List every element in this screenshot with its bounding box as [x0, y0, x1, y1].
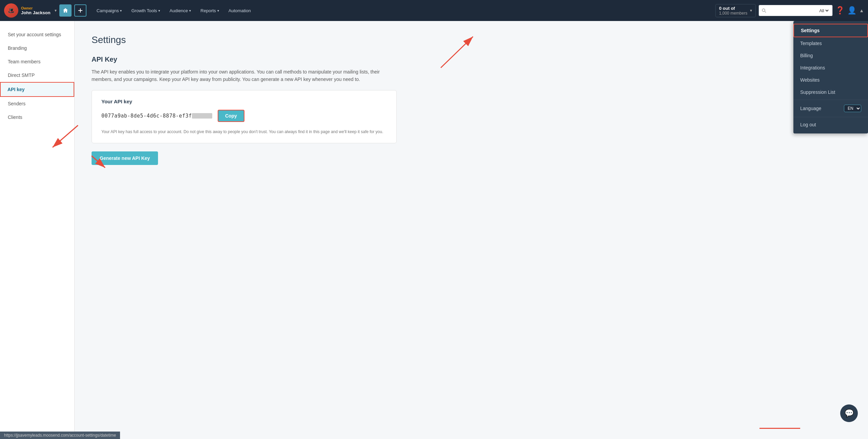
dropdown-websites[interactable]: Websites — [793, 74, 868, 86]
generate-api-key-button[interactable]: Generate new API Key — [92, 151, 158, 165]
main-nav: Campaigns ▾ Growth Tools ▾ Audience ▾ Re… — [92, 5, 256, 16]
dropdown-divider-2 — [793, 117, 868, 117]
dropdown-settings[interactable]: Settings — [793, 24, 868, 37]
members-chevron-icon: ▾ — [750, 8, 752, 13]
members-count: 0 out of — [719, 6, 747, 11]
api-key-warning: Your API key has full access to your acc… — [101, 129, 387, 135]
page-title: Settings — [92, 35, 851, 45]
chevron-down-icon: ▾ — [120, 9, 122, 13]
copy-button[interactable]: Copy — [218, 110, 244, 122]
settings-chevron-icon[interactable]: ▲ — [859, 8, 864, 13]
dropdown-language[interactable]: Language EN — [793, 101, 868, 116]
header: 🎩 Owner John Jackson ▾ Campaigns ▾ Growt… — [0, 0, 868, 21]
members-badge[interactable]: 0 out of 1,000 members ▾ — [715, 4, 756, 17]
main-layout: Set your account settings Branding Team … — [0, 21, 868, 439]
api-key-description: The API key enables you to integrate you… — [92, 68, 397, 83]
api-key-blur — [192, 113, 212, 119]
sidebar-item-senders[interactable]: Senders — [0, 97, 74, 110]
chat-icon: 💬 — [845, 409, 854, 418]
user-role: Owner — [21, 6, 51, 10]
dropdown-divider — [793, 100, 868, 100]
sidebar-item-branding[interactable]: Branding — [0, 41, 74, 55]
api-key-card: Your API key 0077a9ab-8de5-4d6c-8878-ef3… — [92, 90, 397, 143]
svg-point-0 — [762, 9, 765, 12]
search-icon — [762, 8, 766, 13]
api-key-value: 0077a9ab-8de5-4d6c-8878-ef3f — [101, 113, 212, 119]
profile-icon[interactable]: 👤 — [847, 6, 856, 15]
sidebar: Set your account settings Branding Team … — [0, 21, 75, 439]
dropdown-templates[interactable]: Templates — [793, 37, 868, 49]
main-content: Settings API Key The API key enables you… — [75, 21, 868, 439]
user-chevron-icon[interactable]: ▾ — [55, 8, 57, 13]
svg-line-1 — [765, 12, 766, 13]
search-filter-select[interactable]: All — [818, 8, 830, 14]
user-menu[interactable]: Owner John Jackson — [21, 6, 51, 15]
user-name: John Jackson — [21, 10, 51, 15]
sidebar-item-api-key[interactable]: API key — [0, 82, 74, 97]
dropdown-logout[interactable]: Log out — [793, 119, 868, 131]
help-icon[interactable]: ❓ — [835, 6, 845, 15]
home-button[interactable] — [59, 4, 72, 17]
sidebar-item-clients[interactable]: Clients — [0, 110, 74, 124]
nav-audience[interactable]: Audience ▾ — [165, 5, 196, 16]
nav-reports[interactable]: Reports ▾ — [196, 5, 224, 16]
dropdown-suppression-list[interactable]: Suppression List — [793, 86, 868, 98]
avatar[interactable]: 🎩 — [4, 3, 18, 18]
api-key-section: API Key The API key enables you to integ… — [92, 56, 397, 165]
api-key-title: API Key — [92, 56, 397, 63]
language-select[interactable]: EN — [844, 105, 861, 112]
members-total: 1,000 members — [719, 11, 747, 16]
chevron-down-icon: ▾ — [217, 9, 219, 13]
chevron-down-icon: ▾ — [158, 9, 160, 13]
dropdown-billing[interactable]: Billing — [793, 49, 868, 62]
sidebar-item-team-members[interactable]: Team members — [0, 55, 74, 68]
chevron-down-icon: ▾ — [189, 9, 191, 13]
settings-dropdown: Settings Templates Billing Integrations … — [793, 21, 868, 133]
status-bar: https://jjsavemyleads.moosend.com/accoun… — [0, 432, 120, 439]
avatar-image: 🎩 — [4, 3, 18, 18]
sidebar-item-direct-smtp[interactable]: Direct SMTP — [0, 68, 74, 82]
nav-automation[interactable]: Automation — [224, 5, 256, 16]
api-key-value-row: 0077a9ab-8de5-4d6c-8878-ef3f Copy — [101, 110, 387, 122]
api-key-card-title: Your API key — [101, 99, 387, 104]
red-underline — [760, 428, 800, 429]
search-input[interactable] — [768, 8, 816, 13]
nav-growth-tools[interactable]: Growth Tools ▾ — [126, 5, 165, 16]
sidebar-item-account-settings[interactable]: Set your account settings — [0, 28, 74, 41]
status-url: https://jjsavemyleads.moosend.com/accoun… — [4, 433, 116, 438]
add-button[interactable] — [74, 4, 86, 17]
search-box: All — [758, 5, 833, 16]
nav-campaigns[interactable]: Campaigns ▾ — [92, 5, 127, 16]
chat-button[interactable]: 💬 — [840, 404, 858, 422]
dropdown-integrations[interactable]: Integrations — [793, 62, 868, 74]
